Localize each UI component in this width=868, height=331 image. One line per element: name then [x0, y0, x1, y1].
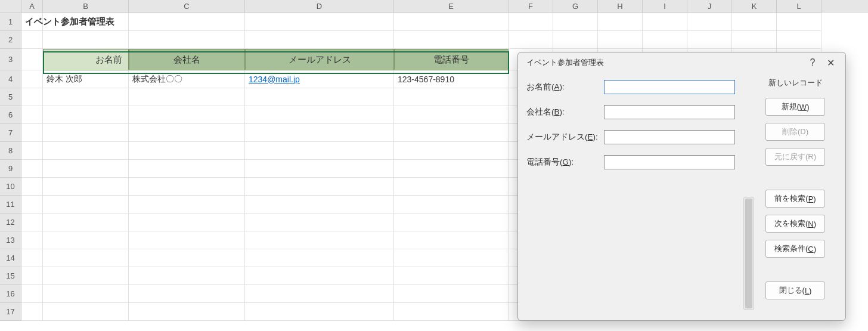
cell-C16[interactable]: [129, 285, 245, 303]
cell-A1[interactable]: イベント参加者管理表: [21, 13, 43, 31]
cell-C5[interactable]: [129, 88, 245, 106]
row-header-14[interactable]: 14: [0, 249, 21, 267]
cell-C3-header-company[interactable]: 会社名: [129, 49, 245, 70]
cell-E7[interactable]: [394, 124, 509, 142]
cell-A9[interactable]: [21, 160, 43, 178]
cell-B2[interactable]: [43, 31, 129, 49]
row-header-16[interactable]: 16: [0, 285, 21, 303]
help-icon[interactable]: ?: [804, 57, 822, 68]
cell-C9[interactable]: [129, 160, 245, 178]
new-button[interactable]: 新規(W): [765, 98, 825, 116]
col-header-G[interactable]: G: [553, 0, 598, 13]
cell-E3-header-phone[interactable]: 電話番号: [394, 49, 509, 70]
criteria-button[interactable]: 検索条件(C): [765, 240, 825, 258]
row-header-11[interactable]: 11: [0, 196, 21, 214]
col-header-I[interactable]: I: [643, 0, 687, 13]
cell-B14[interactable]: [43, 249, 129, 267]
cell-B9[interactable]: [43, 160, 129, 178]
input-email[interactable]: [604, 130, 735, 144]
input-name[interactable]: [604, 80, 735, 94]
find-next-button[interactable]: 次を検索(N): [765, 215, 825, 233]
cell-A3[interactable]: [21, 49, 43, 70]
row-header-8[interactable]: 8: [0, 142, 21, 160]
cell-C13[interactable]: [129, 231, 245, 249]
cell-B10[interactable]: [43, 178, 129, 196]
cell-C14[interactable]: [129, 249, 245, 267]
col-header-H[interactable]: H: [598, 0, 643, 13]
cell-C8[interactable]: [129, 142, 245, 160]
cell-B4-name[interactable]: 鈴木 次郎: [43, 70, 129, 88]
cell-E1[interactable]: [394, 13, 509, 31]
input-company[interactable]: [604, 105, 735, 119]
row-header-12[interactable]: 12: [0, 214, 21, 231]
select-all-corner[interactable]: [0, 0, 21, 13]
cell-A8[interactable]: [21, 142, 43, 160]
cell-A6[interactable]: [21, 106, 43, 124]
cell-D5[interactable]: [245, 88, 394, 106]
col-header-D[interactable]: D: [245, 0, 394, 13]
cell-B7[interactable]: [43, 124, 129, 142]
cell-A13[interactable]: [21, 231, 43, 249]
cell-E2[interactable]: [394, 31, 509, 49]
col-header-B[interactable]: B: [43, 0, 129, 13]
col-header-A[interactable]: A: [21, 0, 43, 13]
cell-B8[interactable]: [43, 142, 129, 160]
cell-B17[interactable]: [43, 303, 129, 321]
row-header-2[interactable]: 2: [0, 31, 21, 49]
cell-E6[interactable]: [394, 106, 509, 124]
find-prev-button[interactable]: 前を検索(P): [765, 190, 825, 208]
cell-C15[interactable]: [129, 267, 245, 285]
cell-C1[interactable]: [129, 13, 245, 31]
cell-A5[interactable]: [21, 88, 43, 106]
row-header-3[interactable]: 3: [0, 49, 21, 70]
cell-D14[interactable]: [245, 249, 394, 267]
cell-C12[interactable]: [129, 214, 245, 231]
cell-A11[interactable]: [21, 196, 43, 214]
row-header-1[interactable]: 1: [0, 13, 21, 31]
input-phone[interactable]: [604, 155, 735, 169]
cell-C17[interactable]: [129, 303, 245, 321]
row-header-10[interactable]: 10: [0, 178, 21, 196]
cell-E5[interactable]: [394, 88, 509, 106]
cell-D3-header-email[interactable]: メールアドレス: [245, 49, 394, 70]
cell-B13[interactable]: [43, 231, 129, 249]
cell-E14[interactable]: [394, 249, 509, 267]
cell-C6[interactable]: [129, 106, 245, 124]
cell-E16[interactable]: [394, 285, 509, 303]
cell-B15[interactable]: [43, 267, 129, 285]
cell-A4[interactable]: [21, 70, 43, 88]
cell-D1[interactable]: [245, 13, 394, 31]
cell-C4-company[interactable]: 株式会社〇〇: [129, 70, 245, 88]
cell-D10[interactable]: [245, 178, 394, 196]
cell-B6[interactable]: [43, 106, 129, 124]
col-header-E[interactable]: E: [394, 0, 509, 13]
cell-B1[interactable]: [43, 13, 129, 31]
cell-I1[interactable]: [643, 13, 687, 31]
col-header-L[interactable]: L: [777, 0, 822, 13]
cell-C2[interactable]: [129, 31, 245, 49]
restore-button[interactable]: 元に戻す(R): [765, 148, 825, 166]
cell-K2[interactable]: [732, 31, 777, 49]
cell-D15[interactable]: [245, 267, 394, 285]
row-header-17[interactable]: 17: [0, 303, 21, 321]
cell-J2[interactable]: [687, 31, 732, 49]
cell-D4-email[interactable]: 1234@mail.jp: [245, 70, 394, 88]
close-button[interactable]: 閉じる(L): [765, 281, 825, 299]
cell-D16[interactable]: [245, 285, 394, 303]
cell-A15[interactable]: [21, 267, 43, 285]
cell-A12[interactable]: [21, 214, 43, 231]
cell-F1[interactable]: [509, 13, 553, 31]
cell-D6[interactable]: [245, 106, 394, 124]
cell-D13[interactable]: [245, 231, 394, 249]
cell-C7[interactable]: [129, 124, 245, 142]
delete-button[interactable]: 削除(D): [765, 123, 825, 141]
col-header-F[interactable]: F: [509, 0, 553, 13]
row-header-9[interactable]: 9: [0, 160, 21, 178]
cell-H1[interactable]: [598, 13, 643, 31]
cell-E13[interactable]: [394, 231, 509, 249]
cell-E8[interactable]: [394, 142, 509, 160]
row-header-4[interactable]: 4: [0, 70, 21, 88]
cell-D2[interactable]: [245, 31, 394, 49]
cell-A10[interactable]: [21, 178, 43, 196]
cell-A16[interactable]: [21, 285, 43, 303]
